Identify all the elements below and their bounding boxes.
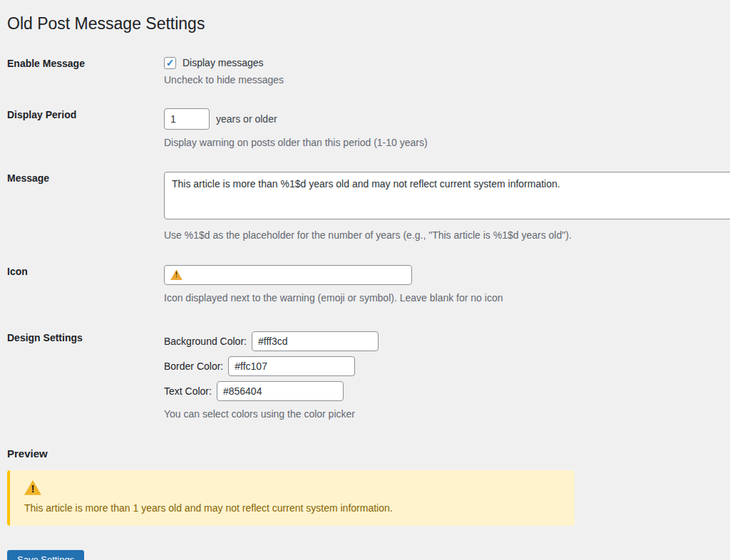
message-textarea[interactable]: This article is more than %1$d years old… xyxy=(164,172,730,219)
display-period-suffix: years or older xyxy=(216,113,277,125)
display-messages-checkbox[interactable]: ✓ xyxy=(164,57,176,69)
message-row: Message This article is more than %1$d y… xyxy=(7,172,730,243)
icon-label: Icon xyxy=(7,265,164,279)
display-period-input[interactable] xyxy=(164,108,210,130)
border-color-label: Border Color: xyxy=(164,361,223,372)
display-period-row: Display Period years or older Display wa… xyxy=(7,108,730,150)
preview-heading: Preview xyxy=(7,447,730,460)
enable-message-row: Enable Message ✓ Display messages Unchec… xyxy=(7,57,730,88)
enable-message-label: Enable Message xyxy=(7,57,164,71)
checkmark-icon: ✓ xyxy=(166,58,175,68)
border-color-input[interactable] xyxy=(228,356,355,376)
preview-warning-icon xyxy=(24,480,41,495)
warning-icon xyxy=(170,269,182,280)
icon-row: Icon Icon displayed next to the warning … xyxy=(7,265,730,306)
design-settings-row: Design Settings Background Color: Border… xyxy=(7,331,730,422)
preview-message-text: This article is more than 1 years old an… xyxy=(24,502,560,514)
page-title: Old Post Message Settings xyxy=(7,0,730,38)
save-settings-button[interactable]: Save Settings xyxy=(7,550,84,560)
enable-message-description: Uncheck to hide messages xyxy=(164,73,730,88)
design-settings-description: You can select colors using the color pi… xyxy=(164,408,730,422)
text-color-input[interactable] xyxy=(217,381,344,401)
message-label: Message xyxy=(7,172,164,186)
display-period-label: Display Period xyxy=(7,108,164,123)
icon-description: Icon displayed next to the warning (emoj… xyxy=(164,291,730,306)
settings-page: Old Post Message Settings Enable Message… xyxy=(0,0,730,560)
message-description: Use %1$d as the placeholder for the numb… xyxy=(164,229,730,243)
background-color-label: Background Color: xyxy=(164,336,247,347)
background-color-input[interactable] xyxy=(252,331,379,351)
display-messages-checkbox-label[interactable]: Display messages xyxy=(182,57,264,68)
display-period-description: Display warning on posts older than this… xyxy=(164,136,730,150)
design-settings-label: Design Settings xyxy=(7,331,164,346)
icon-input[interactable] xyxy=(164,265,412,285)
text-color-label: Text Color: xyxy=(164,385,212,397)
preview-alert-box: This article is more than 1 years old an… xyxy=(7,470,575,526)
